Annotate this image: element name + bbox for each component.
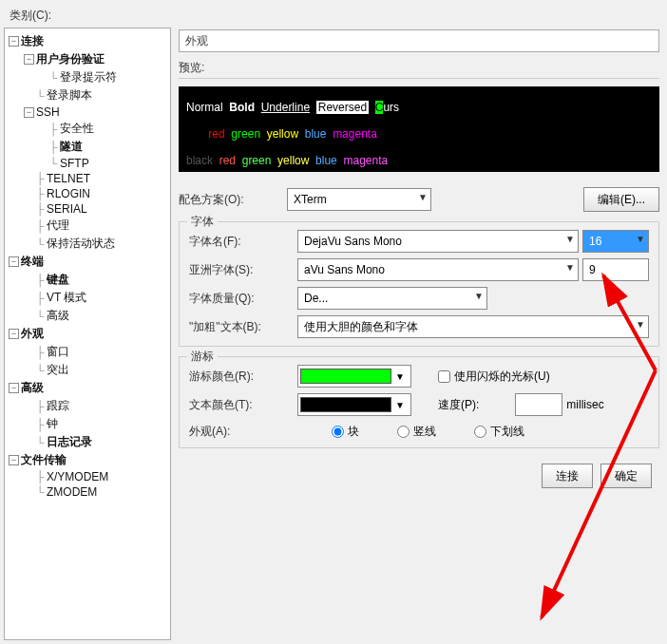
collapse-icon[interactable]: − bbox=[24, 54, 34, 65]
cursor-group: 游标 游标颜色(R): ▼ 使用闪烁的光标(U) 文本颜色(T): ▼ 速度(P… bbox=[179, 356, 659, 448]
tree-serial[interactable]: ├SERIAL bbox=[7, 201, 168, 217]
blink-cursor-check[interactable]: 使用闪烁的光标(U) bbox=[438, 369, 550, 385]
collapse-icon[interactable]: − bbox=[24, 107, 34, 118]
tree-keyboard[interactable]: ├键盘 bbox=[7, 271, 168, 289]
tree-ssh[interactable]: −SSH bbox=[7, 104, 168, 120]
text-color-select[interactable]: ▼ bbox=[297, 393, 411, 416]
bold-text-label: "加粗"文本(B): bbox=[189, 319, 294, 335]
ok-button[interactable]: 确定 bbox=[600, 464, 652, 488]
tree-advanced[interactable]: └高级 bbox=[7, 307, 168, 325]
edit-scheme-button[interactable]: 编辑(E)... bbox=[583, 187, 659, 212]
tree-zmodem[interactable]: └ZMODEM bbox=[7, 484, 168, 500]
font-quality-label: 字体质量(Q): bbox=[189, 291, 294, 307]
tree-trace[interactable]: ├跟踪 bbox=[7, 397, 168, 415]
collapse-icon[interactable]: − bbox=[9, 455, 19, 465]
font-group: 字体 字体名(F): DejaVu Sans Mono▼ ▼ 亚洲字体(S): … bbox=[179, 221, 659, 347]
tree-file-transfer[interactable]: −文件传输 bbox=[7, 451, 168, 469]
tree-terminal[interactable]: −终端 bbox=[7, 253, 168, 271]
tree-security[interactable]: ├安全性 bbox=[7, 120, 168, 138]
tree-tunnel[interactable]: ├隧道 bbox=[7, 138, 168, 156]
font-legend: 字体 bbox=[187, 214, 218, 230]
tree-connection[interactable]: −连接 bbox=[7, 32, 168, 50]
category-label: 类别(C): bbox=[4, 4, 663, 28]
collapse-icon[interactable]: − bbox=[9, 383, 19, 393]
asian-size-input[interactable] bbox=[582, 258, 649, 281]
font-name-label: 字体名(F): bbox=[189, 234, 294, 250]
cursor-shape-label: 外观(A): bbox=[189, 424, 294, 440]
tree-log[interactable]: └日志记录 bbox=[7, 433, 168, 451]
tree-highlight[interactable]: └突出 bbox=[7, 361, 168, 379]
shape-uline-radio[interactable]: 下划线 bbox=[474, 424, 524, 440]
collapse-icon[interactable]: − bbox=[9, 256, 19, 267]
cursor-color-label: 游标颜色(R): bbox=[189, 369, 294, 385]
preview-pane: Normal Bold Underline Reversed Curs red … bbox=[179, 86, 659, 172]
shape-block-radio[interactable]: 块 bbox=[332, 424, 359, 440]
preview-label: 预览: bbox=[179, 58, 659, 79]
tab-appearance[interactable] bbox=[179, 29, 659, 52]
tree-appearance[interactable]: −外观 bbox=[7, 325, 168, 343]
cursor-color-select[interactable]: ▼ bbox=[297, 365, 411, 388]
tree-advanced2[interactable]: −高级 bbox=[7, 379, 168, 397]
color-scheme-label: 配色方案(O): bbox=[179, 192, 283, 208]
chevron-down-icon: ▼ bbox=[391, 400, 409, 410]
font-name-select[interactable]: DejaVu Sans Mono bbox=[297, 230, 579, 253]
tree-bell[interactable]: ├钟 bbox=[7, 415, 168, 433]
tree-xymodem[interactable]: ├X/YMODEM bbox=[7, 469, 168, 484]
tree-telnet[interactable]: ├TELNET bbox=[7, 171, 168, 186]
font-size-input[interactable] bbox=[582, 230, 649, 253]
bold-text-select[interactable]: 使用大胆的颜色和字体 bbox=[297, 315, 649, 338]
connect-button[interactable]: 连接 bbox=[542, 464, 593, 488]
collapse-icon[interactable]: − bbox=[9, 329, 19, 339]
category-tree[interactable]: −连接 −用户身份验证 └登录提示符 └登录脚本 −SSH ├安全性 ├隧道 └… bbox=[4, 28, 171, 640]
chevron-down-icon: ▼ bbox=[391, 371, 409, 382]
tree-proxy[interactable]: ├代理 bbox=[7, 217, 168, 235]
color-scheme-select[interactable]: XTerm bbox=[287, 188, 431, 211]
tree-vt[interactable]: ├VT 模式 bbox=[7, 289, 168, 307]
tree-keepalive[interactable]: └保持活动状态 bbox=[7, 235, 168, 253]
tab-bar bbox=[179, 29, 659, 52]
tree-window[interactable]: ├窗口 bbox=[7, 343, 168, 361]
text-color-label: 文本颜色(T): bbox=[189, 397, 294, 413]
tree-rlogin[interactable]: ├RLOGIN bbox=[7, 186, 168, 201]
tree-sftp[interactable]: └SFTP bbox=[7, 156, 168, 171]
tree-login-hint[interactable]: └登录提示符 bbox=[7, 68, 168, 86]
tree-login-script[interactable]: └登录脚本 bbox=[7, 86, 168, 104]
asian-font-label: 亚洲字体(S): bbox=[189, 262, 294, 278]
asian-font-select[interactable]: aVu Sans Mono bbox=[297, 258, 579, 281]
cursor-legend: 游标 bbox=[187, 349, 218, 365]
tree-user-auth[interactable]: −用户身份验证 bbox=[7, 50, 168, 68]
font-quality-select[interactable]: De... bbox=[297, 287, 487, 310]
collapse-icon[interactable]: − bbox=[9, 36, 19, 47]
speed-label: 速度(P): bbox=[438, 397, 479, 413]
shape-vline-radio[interactable]: 竖线 bbox=[397, 424, 436, 440]
speed-input[interactable] bbox=[515, 393, 562, 416]
speed-unit: millisec bbox=[566, 398, 603, 411]
